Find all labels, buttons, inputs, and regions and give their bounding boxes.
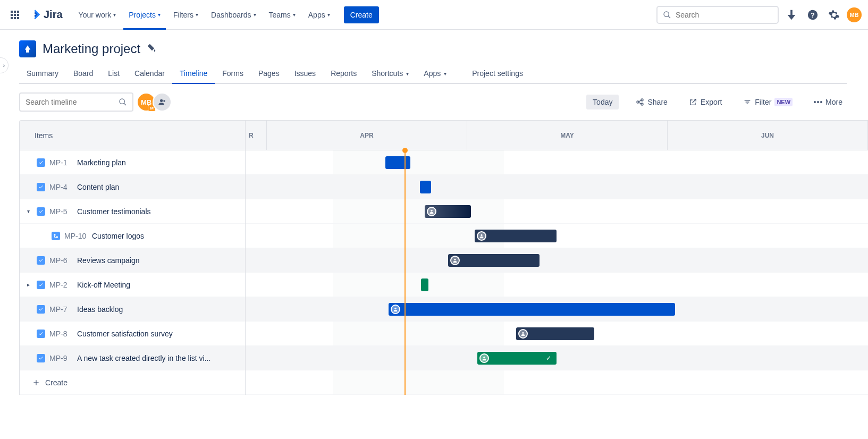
svg-point-13 — [120, 99, 124, 104]
timeline-bar[interactable]: ✓ — [477, 352, 557, 365]
item-row[interactable]: MP-1Marketing plan — [20, 150, 245, 175]
issue-key[interactable]: MP-9 — [49, 354, 73, 362]
svg-rect-3 — [11, 14, 13, 16]
nav-dashboards[interactable]: Dashboards▾ — [206, 0, 262, 30]
item-row[interactable]: MP-8Customer satisfaction survey — [20, 322, 245, 346]
settings-icon[interactable] — [825, 6, 842, 23]
avatar-stack: MB M — [140, 92, 172, 112]
svg-point-28 — [820, 101, 822, 103]
export-button[interactable]: Export — [685, 95, 726, 109]
plus-icon — [32, 379, 40, 386]
tab-board[interactable]: Board — [66, 66, 100, 84]
chart-row — [246, 297, 868, 322]
nav-your-work[interactable]: Your work▾ — [73, 0, 122, 30]
issue-key[interactable]: MP-6 — [49, 256, 73, 265]
tab-pages[interactable]: Pages — [251, 66, 287, 84]
timeline-bar[interactable] — [516, 327, 594, 340]
project-title: Marketing project — [43, 41, 140, 56]
more-button[interactable]: More — [810, 95, 847, 109]
item-row[interactable]: MP-4Content plan — [20, 175, 245, 199]
timeline-bar[interactable] — [448, 254, 540, 267]
chart-column[interactable]: R APR MAY JUN ✓ — [246, 121, 868, 395]
issue-summary[interactable]: Customer logos — [92, 232, 144, 240]
tab-timeline[interactable]: Timeline — [172, 66, 215, 84]
issue-summary[interactable]: Content plan — [77, 183, 119, 191]
chevron-down-icon: ▾ — [254, 12, 256, 18]
item-row[interactable]: ▸MP-2Kick-off Meeting — [20, 273, 245, 297]
timeline-bar[interactable] — [475, 230, 557, 242]
tab-forms[interactable]: Forms — [215, 66, 251, 84]
filter-button[interactable]: Filter NEW — [739, 95, 797, 109]
svg-rect-29 — [54, 234, 55, 235]
export-icon — [689, 98, 697, 106]
chart-row — [246, 175, 868, 199]
create-button[interactable]: Create — [344, 6, 379, 23]
issue-summary[interactable]: A new task created directly in the list … — [77, 354, 210, 362]
search-input[interactable] — [676, 11, 772, 19]
issue-summary[interactable]: Kick-off Meeting — [77, 281, 130, 289]
issue-summary[interactable]: Customer satisfaction survey — [77, 330, 173, 338]
global-search[interactable] — [656, 6, 779, 24]
search-timeline[interactable] — [19, 92, 133, 112]
issue-key[interactable]: MP-5 — [49, 207, 73, 216]
svg-line-10 — [668, 16, 670, 18]
timeline-bar[interactable] — [425, 205, 471, 218]
issue-key[interactable]: MP-1 — [49, 158, 73, 167]
tab-shortcuts[interactable]: Shortcuts▾ — [364, 66, 416, 84]
share-button[interactable]: Share — [631, 95, 671, 109]
timeline-bar[interactable] — [421, 278, 428, 291]
issue-key[interactable]: MP-10 — [64, 232, 88, 240]
chevron-down-icon: ▾ — [327, 12, 330, 18]
item-row[interactable]: MP-9A new task created directly in the l… — [20, 346, 245, 370]
jira-logo[interactable]: Jira — [26, 9, 67, 21]
theme-icon[interactable] — [147, 43, 157, 55]
issue-summary[interactable]: Ideas backlog — [77, 305, 123, 314]
issue-summary[interactable]: Marketing plan — [77, 158, 126, 167]
issue-key[interactable]: MP-7 — [49, 305, 73, 314]
nav-filters[interactable]: Filters▾ — [168, 0, 204, 30]
tab-reports[interactable]: Reports — [323, 66, 364, 84]
timeline-bar[interactable] — [420, 181, 431, 193]
issue-key[interactable]: MP-4 — [49, 183, 73, 191]
notifications-icon[interactable] — [783, 6, 800, 23]
today-button[interactable]: Today — [586, 95, 619, 109]
search-timeline-input[interactable] — [26, 98, 119, 106]
item-row[interactable]: MP-6Reviews campaign — [20, 248, 245, 273]
item-row[interactable]: ▾MP-5Customer testimonials — [20, 199, 245, 224]
issue-summary[interactable]: Reviews campaign — [77, 256, 140, 265]
svg-point-26 — [814, 101, 816, 103]
issue-summary[interactable]: Customer testimonials — [77, 207, 151, 216]
chevron-down-icon: ▾ — [196, 12, 198, 18]
timeline-bar[interactable] — [389, 303, 675, 316]
toolbar-left: MB M — [19, 92, 172, 112]
create-item-row[interactable]: Create — [20, 370, 245, 395]
done-check-icon: ✓ — [546, 354, 554, 362]
nav-teams[interactable]: Teams▾ — [264, 0, 301, 30]
item-row[interactable]: MP-7Ideas backlog — [20, 297, 245, 322]
task-icon — [37, 207, 45, 216]
help-icon[interactable]: ? — [804, 6, 821, 23]
issue-key[interactable]: MP-8 — [49, 330, 73, 338]
assignee-avatar — [479, 353, 489, 363]
nav-projects[interactable]: Projects▾ — [123, 0, 166, 30]
add-member-button[interactable] — [153, 92, 172, 112]
tab-calendar[interactable]: Calendar — [127, 66, 172, 84]
timeline-bar[interactable] — [385, 156, 410, 169]
task-icon — [37, 183, 45, 191]
share-icon — [636, 98, 644, 106]
tab-project-settings[interactable]: Project settings — [465, 66, 530, 84]
tab-summary[interactable]: Summary — [19, 66, 66, 84]
project-header: Marketing project — [19, 40, 868, 57]
tab-issues[interactable]: Issues — [287, 66, 323, 84]
chevron-down-icon: ▾ — [158, 12, 161, 18]
app-switcher-icon[interactable] — [6, 6, 23, 23]
tab-apps[interactable]: Apps▾ — [416, 66, 454, 84]
nav-apps[interactable]: Apps▾ — [303, 0, 335, 30]
tab-list[interactable]: List — [100, 66, 127, 84]
expand-toggle[interactable]: ▾ — [24, 208, 32, 214]
issue-key[interactable]: MP-2 — [49, 281, 73, 289]
expand-toggle[interactable]: ▸ — [24, 282, 32, 288]
item-row[interactable]: MP-10Customer logos — [20, 224, 245, 248]
assignee-avatar — [427, 207, 436, 216]
user-avatar[interactable]: MB — [847, 7, 862, 22]
